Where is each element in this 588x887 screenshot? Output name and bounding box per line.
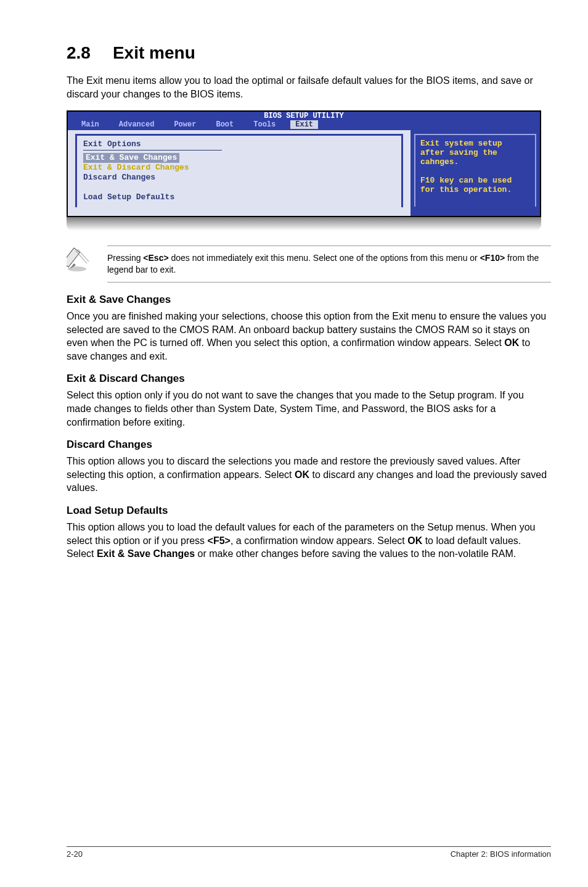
subheading-discard: Discard Changes bbox=[67, 439, 551, 451]
subheading-load-defaults: Load Setup Defaults bbox=[67, 505, 551, 517]
bios-tab-boot[interactable]: Boot bbox=[206, 120, 243, 129]
subheading-exit-discard: Exit & Discard Changes bbox=[67, 373, 551, 385]
svg-point-0 bbox=[68, 266, 86, 271]
section-number: 2.8 bbox=[67, 43, 91, 63]
bios-help-line: for this operation. bbox=[420, 185, 530, 194]
note-key-esc: <Esc> bbox=[143, 253, 168, 263]
text-run: , a confirmation window appears. Select bbox=[231, 535, 407, 546]
intro-paragraph: The Exit menu items allow you to load th… bbox=[67, 74, 551, 101]
bios-title: BIOS SETUP UTILITY bbox=[68, 112, 540, 120]
bios-exit-rule bbox=[83, 150, 222, 151]
bios-item-load-defaults[interactable]: Load Setup Defaults bbox=[83, 192, 395, 202]
bios-tab-exit[interactable]: Exit bbox=[290, 120, 318, 129]
bios-item-discard[interactable]: Discard Changes bbox=[83, 173, 395, 183]
bios-help-line bbox=[420, 167, 530, 176]
bios-tab-power[interactable]: Power bbox=[164, 120, 206, 129]
svg-rect-2 bbox=[67, 248, 80, 267]
bios-help-line: Exit system setup bbox=[420, 139, 530, 148]
bios-right-pane: Exit system setup after saving the cahng… bbox=[410, 130, 540, 216]
bios-body: Exit Options Exit & Save Changes Exit & … bbox=[68, 130, 540, 216]
page-footer: 2-20 Chapter 2: BIOS information bbox=[0, 846, 588, 859]
text-run: Once you are finished making your select… bbox=[67, 311, 546, 348]
page-heading: 2.8Exit menu bbox=[67, 43, 551, 63]
bios-tab-main[interactable]: Main bbox=[68, 120, 109, 129]
footer-rule bbox=[67, 846, 551, 847]
bios-item-exit-save[interactable]: Exit & Save Changes bbox=[83, 153, 179, 163]
bios-item-blank bbox=[83, 183, 395, 192]
bios-menubar: Main Advanced Power Boot Tools Exit bbox=[68, 120, 540, 130]
note-text: Pressing <Esc> does not immediately exit… bbox=[107, 245, 551, 283]
bios-help-line: cahnges. bbox=[420, 157, 530, 167]
footer-chapter: Chapter 2: BIOS information bbox=[451, 849, 551, 859]
bios-setup-box: BIOS SETUP UTILITY Main Advanced Power B… bbox=[67, 110, 541, 217]
note-key-f10: <F10> bbox=[480, 253, 505, 263]
bios-tab-advanced[interactable]: Advanced bbox=[109, 120, 165, 129]
bios-tab-tools[interactable]: Tools bbox=[243, 120, 285, 129]
paragraph: This option allows you to discard the se… bbox=[67, 455, 551, 495]
section-title: Exit menu bbox=[113, 43, 195, 62]
paragraph: Once you are finished making your select… bbox=[67, 310, 551, 363]
bios-shadow bbox=[67, 216, 541, 231]
bios-exit-options-heading: Exit Options bbox=[83, 139, 395, 149]
bios-item-exit-discard[interactable]: Exit & Discard Changes bbox=[83, 163, 395, 173]
bold-exit-save: Exit & Save Changes bbox=[97, 548, 195, 559]
bold-ok: OK bbox=[504, 337, 519, 348]
bios-help-line: F10 key can be used bbox=[420, 176, 530, 185]
bold-ok: OK bbox=[407, 535, 422, 546]
note-callout: Pressing <Esc> does not immediately exit… bbox=[67, 245, 551, 283]
pencil-icon bbox=[67, 244, 95, 275]
text-run: or make other changes before saving the … bbox=[195, 548, 516, 559]
footer-page-number: 2-20 bbox=[67, 849, 83, 859]
bold-f5: <F5> bbox=[208, 535, 231, 546]
paragraph: Select this option only if you do not wa… bbox=[67, 389, 551, 429]
bios-help-line: after saving the bbox=[420, 148, 530, 157]
note-part: does not immediately exit this menu. Sel… bbox=[169, 253, 480, 263]
subheading-exit-save: Exit & Save Changes bbox=[67, 294, 551, 306]
bios-left-pane: Exit Options Exit & Save Changes Exit & … bbox=[68, 130, 410, 216]
bold-ok: OK bbox=[295, 469, 309, 480]
paragraph: This option allows you to load the defau… bbox=[67, 521, 551, 561]
note-part: Pressing bbox=[107, 253, 143, 263]
text-run: Select this option only if you do not wa… bbox=[67, 390, 524, 427]
